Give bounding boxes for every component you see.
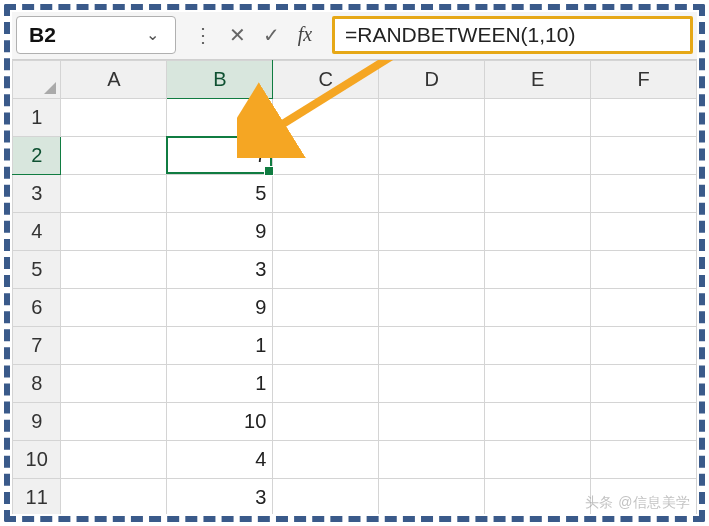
formula-bar[interactable]: =RANDBETWEEN(1,10) bbox=[332, 16, 693, 54]
cell[interactable] bbox=[379, 251, 485, 289]
col-header-C[interactable]: C bbox=[273, 61, 379, 99]
cell[interactable] bbox=[379, 137, 485, 175]
cell[interactable] bbox=[273, 99, 379, 137]
row-header[interactable]: 4 bbox=[13, 213, 61, 251]
cell[interactable] bbox=[61, 175, 167, 213]
row-header[interactable]: 11 bbox=[13, 479, 61, 515]
cell[interactable] bbox=[485, 289, 591, 327]
row-header[interactable]: 10 bbox=[13, 441, 61, 479]
row-header[interactable]: 3 bbox=[13, 175, 61, 213]
cell[interactable] bbox=[485, 175, 591, 213]
cell[interactable]: 3 bbox=[167, 251, 273, 289]
enter-icon[interactable]: ✓ bbox=[256, 20, 286, 50]
cell[interactable] bbox=[379, 289, 485, 327]
cell[interactable] bbox=[61, 137, 167, 175]
cell[interactable] bbox=[591, 289, 697, 327]
column-header-row: A B C D E F bbox=[13, 61, 697, 99]
row-header[interactable]: 8 bbox=[13, 365, 61, 403]
cell[interactable]: 3 bbox=[167, 479, 273, 515]
cell[interactable] bbox=[485, 99, 591, 137]
cell[interactable] bbox=[167, 99, 273, 137]
formula-bar-buttons: ⋮ ✕ ✓ fx bbox=[182, 20, 326, 50]
cell[interactable] bbox=[273, 365, 379, 403]
name-box-dropdown-icon[interactable]: ⌄ bbox=[137, 25, 167, 44]
cell[interactable]: 7 bbox=[167, 137, 273, 175]
cell[interactable] bbox=[591, 137, 697, 175]
col-header-F[interactable]: F bbox=[591, 61, 697, 99]
cell[interactable] bbox=[591, 403, 697, 441]
cell[interactable] bbox=[61, 327, 167, 365]
cell[interactable] bbox=[61, 403, 167, 441]
cell[interactable] bbox=[61, 365, 167, 403]
cell[interactable] bbox=[485, 327, 591, 365]
spreadsheet-app: ⌄ ⋮ ✕ ✓ fx =RANDBETWEEN(1,10) A B C D E … bbox=[12, 12, 697, 514]
cell[interactable] bbox=[273, 403, 379, 441]
watermark-text: 头条 @信息美学 bbox=[585, 494, 691, 512]
row-header[interactable]: 9 bbox=[13, 403, 61, 441]
cell[interactable] bbox=[485, 213, 591, 251]
fx-icon[interactable]: fx bbox=[290, 20, 320, 50]
cell[interactable] bbox=[591, 327, 697, 365]
table-row: 53 bbox=[13, 251, 697, 289]
cell[interactable] bbox=[485, 441, 591, 479]
cell[interactable] bbox=[61, 213, 167, 251]
cell[interactable]: 1 bbox=[167, 327, 273, 365]
cell[interactable] bbox=[591, 365, 697, 403]
table-row: 104 bbox=[13, 441, 697, 479]
cell[interactable] bbox=[273, 213, 379, 251]
cell[interactable]: 1 bbox=[167, 365, 273, 403]
row-header[interactable]: 1 bbox=[13, 99, 61, 137]
cell[interactable] bbox=[273, 175, 379, 213]
cell[interactable] bbox=[379, 403, 485, 441]
cell[interactable] bbox=[485, 365, 591, 403]
col-header-A[interactable]: A bbox=[61, 61, 167, 99]
cell[interactable]: 9 bbox=[167, 289, 273, 327]
cell[interactable] bbox=[591, 99, 697, 137]
cell[interactable]: 5 bbox=[167, 175, 273, 213]
cell[interactable] bbox=[591, 251, 697, 289]
cell[interactable] bbox=[485, 479, 591, 515]
name-box-container[interactable]: ⌄ bbox=[16, 16, 176, 54]
col-header-D[interactable]: D bbox=[379, 61, 485, 99]
cell[interactable] bbox=[379, 441, 485, 479]
cell[interactable] bbox=[379, 175, 485, 213]
cell[interactable] bbox=[379, 213, 485, 251]
row-header[interactable]: 5 bbox=[13, 251, 61, 289]
cell[interactable] bbox=[379, 365, 485, 403]
cell[interactable] bbox=[273, 479, 379, 515]
cell[interactable] bbox=[591, 441, 697, 479]
cell[interactable] bbox=[485, 251, 591, 289]
grid-area: A B C D E F 12735495369718191010411312 bbox=[12, 60, 697, 514]
cell[interactable] bbox=[379, 479, 485, 515]
cell[interactable]: 9 bbox=[167, 213, 273, 251]
cell[interactable] bbox=[591, 175, 697, 213]
cell[interactable]: 10 bbox=[167, 403, 273, 441]
cell[interactable] bbox=[273, 441, 379, 479]
cell[interactable] bbox=[273, 137, 379, 175]
cell[interactable] bbox=[379, 327, 485, 365]
table-row: 35 bbox=[13, 175, 697, 213]
col-header-B[interactable]: B bbox=[167, 61, 273, 99]
cell[interactable] bbox=[61, 99, 167, 137]
cell[interactable]: 4 bbox=[167, 441, 273, 479]
row-header[interactable]: 7 bbox=[13, 327, 61, 365]
select-all-corner[interactable] bbox=[13, 61, 61, 99]
cell[interactable] bbox=[591, 213, 697, 251]
cell[interactable] bbox=[61, 251, 167, 289]
row-header[interactable]: 2 bbox=[13, 137, 61, 175]
table-row: 69 bbox=[13, 289, 697, 327]
cell[interactable] bbox=[273, 289, 379, 327]
col-header-E[interactable]: E bbox=[485, 61, 591, 99]
cell[interactable] bbox=[485, 403, 591, 441]
cell[interactable] bbox=[61, 289, 167, 327]
name-box[interactable] bbox=[17, 23, 137, 47]
cell[interactable] bbox=[485, 137, 591, 175]
table-row: 71 bbox=[13, 327, 697, 365]
cancel-icon[interactable]: ✕ bbox=[222, 20, 252, 50]
cell[interactable] bbox=[273, 327, 379, 365]
row-header[interactable]: 6 bbox=[13, 289, 61, 327]
cell[interactable] bbox=[379, 99, 485, 137]
cell[interactable] bbox=[61, 479, 167, 515]
cell[interactable] bbox=[61, 441, 167, 479]
cell[interactable] bbox=[273, 251, 379, 289]
